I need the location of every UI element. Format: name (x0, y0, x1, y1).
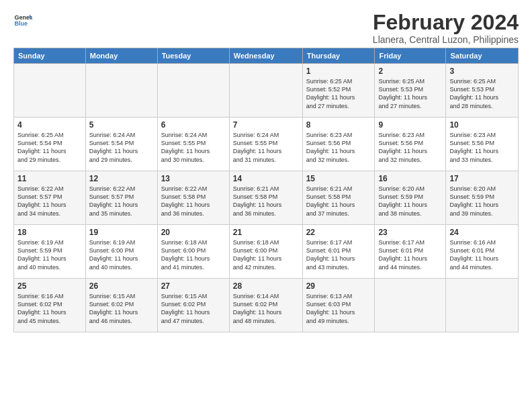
calendar-cell: 27Sunrise: 6:15 AMSunset: 6:02 PMDayligh… (157, 279, 229, 332)
calendar-cell: 22Sunrise: 6:17 AMSunset: 6:01 PMDayligh… (302, 225, 375, 279)
day-info: Sunrise: 6:24 AMSunset: 5:55 PMDaylight:… (233, 131, 299, 164)
calendar-cell: 4Sunrise: 6:25 AMSunset: 5:54 PMDaylight… (14, 118, 86, 171)
day-info: Sunrise: 6:22 AMSunset: 5:58 PMDaylight:… (161, 185, 226, 218)
calendar-cell: 6Sunrise: 6:24 AMSunset: 5:55 PMDaylight… (157, 118, 229, 171)
month-title: February 2024 (373, 11, 519, 34)
week-row-3: 11Sunrise: 6:22 AMSunset: 5:57 PMDayligh… (14, 171, 519, 225)
col-header-wednesday: Wednesday (229, 48, 302, 64)
day-info: Sunrise: 6:23 AMSunset: 5:56 PMDaylight:… (449, 131, 515, 164)
calendar-cell: 13Sunrise: 6:22 AMSunset: 5:58 PMDayligh… (157, 171, 229, 225)
day-info: Sunrise: 6:22 AMSunset: 5:57 PMDaylight:… (17, 185, 82, 218)
calendar-cell: 28Sunrise: 6:14 AMSunset: 6:02 PMDayligh… (229, 279, 302, 332)
day-number: 24 (449, 228, 515, 237)
page-container: General Blue February 2024 Llanera, Cent… (0, 0, 532, 339)
day-number: 12 (89, 174, 154, 183)
day-number: 23 (378, 228, 442, 237)
calendar-cell: 1Sunrise: 6:25 AMSunset: 5:52 PMDaylight… (302, 64, 375, 118)
calendar-cell: 18Sunrise: 6:19 AMSunset: 5:59 PMDayligh… (14, 225, 86, 279)
day-info: Sunrise: 6:13 AMSunset: 6:03 PMDaylight:… (306, 292, 371, 325)
day-number: 21 (233, 228, 299, 237)
calendar-cell (375, 279, 446, 332)
day-number: 4 (17, 120, 82, 130)
day-info: Sunrise: 6:24 AMSunset: 5:55 PMDaylight:… (161, 131, 226, 164)
day-info: Sunrise: 6:15 AMSunset: 6:02 PMDaylight:… (89, 292, 154, 325)
day-info: Sunrise: 6:19 AMSunset: 5:59 PMDaylight:… (17, 238, 82, 271)
week-row-1: 1Sunrise: 6:25 AMSunset: 5:52 PMDaylight… (14, 64, 519, 118)
day-number: 29 (306, 281, 371, 291)
day-number: 26 (89, 281, 154, 291)
day-info: Sunrise: 6:16 AMSunset: 6:02 PMDaylight:… (17, 292, 82, 325)
calendar-cell: 26Sunrise: 6:15 AMSunset: 6:02 PMDayligh… (85, 279, 157, 332)
day-number: 22 (306, 228, 371, 237)
day-number: 14 (233, 174, 299, 183)
day-number: 16 (378, 174, 442, 183)
location: Llanera, Central Luzon, Philippines (373, 34, 519, 45)
day-info: Sunrise: 6:19 AMSunset: 6:00 PMDaylight:… (89, 238, 154, 271)
day-info: Sunrise: 6:23 AMSunset: 5:56 PMDaylight:… (306, 131, 371, 164)
day-info: Sunrise: 6:17 AMSunset: 6:01 PMDaylight:… (306, 238, 371, 271)
day-info: Sunrise: 6:21 AMSunset: 5:58 PMDaylight:… (306, 185, 371, 218)
day-info: Sunrise: 6:17 AMSunset: 6:01 PMDaylight:… (378, 238, 442, 271)
svg-text:Blue: Blue (14, 20, 28, 27)
calendar-cell: 25Sunrise: 6:16 AMSunset: 6:02 PMDayligh… (14, 279, 86, 332)
day-number: 27 (161, 281, 226, 291)
day-number: 20 (161, 228, 226, 237)
day-info: Sunrise: 6:18 AMSunset: 6:00 PMDaylight:… (161, 238, 226, 271)
calendar-cell: 14Sunrise: 6:21 AMSunset: 5:58 PMDayligh… (229, 171, 302, 225)
day-number: 17 (449, 174, 515, 183)
day-number: 8 (306, 120, 371, 130)
day-number: 15 (306, 174, 371, 183)
calendar-cell: 24Sunrise: 6:16 AMSunset: 6:01 PMDayligh… (446, 225, 519, 279)
header-row: SundayMondayTuesdayWednesdayThursdayFrid… (14, 48, 519, 64)
day-info: Sunrise: 6:25 AMSunset: 5:54 PMDaylight:… (17, 131, 82, 164)
day-number: 10 (449, 120, 515, 130)
calendar-table: SundayMondayTuesdayWednesdayThursdayFrid… (13, 48, 519, 332)
calendar-cell: 12Sunrise: 6:22 AMSunset: 5:57 PMDayligh… (85, 171, 157, 225)
week-row-5: 25Sunrise: 6:16 AMSunset: 6:02 PMDayligh… (14, 279, 519, 332)
calendar-cell (446, 279, 519, 332)
calendar-cell: 15Sunrise: 6:21 AMSunset: 5:58 PMDayligh… (302, 171, 375, 225)
day-info: Sunrise: 6:20 AMSunset: 5:59 PMDaylight:… (378, 185, 442, 218)
logo: General Blue (13, 11, 32, 30)
calendar-cell: 10Sunrise: 6:23 AMSunset: 5:56 PMDayligh… (446, 118, 519, 171)
col-header-saturday: Saturday (446, 48, 519, 64)
calendar-cell: 20Sunrise: 6:18 AMSunset: 6:00 PMDayligh… (157, 225, 229, 279)
day-number: 13 (161, 174, 226, 183)
day-info: Sunrise: 6:23 AMSunset: 5:56 PMDaylight:… (378, 131, 442, 164)
day-number: 18 (17, 228, 82, 237)
day-number: 7 (233, 120, 299, 130)
day-number: 5 (89, 120, 154, 130)
col-header-monday: Monday (85, 48, 157, 64)
title-block: February 2024 Llanera, Central Luzon, Ph… (373, 11, 519, 45)
header: General Blue February 2024 Llanera, Cent… (13, 11, 519, 45)
day-info: Sunrise: 6:20 AMSunset: 5:59 PMDaylight:… (449, 185, 515, 218)
day-info: Sunrise: 6:21 AMSunset: 5:58 PMDaylight:… (233, 185, 299, 218)
day-info: Sunrise: 6:22 AMSunset: 5:57 PMDaylight:… (89, 185, 154, 218)
calendar-cell: 8Sunrise: 6:23 AMSunset: 5:56 PMDaylight… (302, 118, 375, 171)
day-number: 19 (89, 228, 154, 237)
calendar-cell: 7Sunrise: 6:24 AMSunset: 5:55 PMDaylight… (229, 118, 302, 171)
calendar-cell (85, 64, 157, 118)
col-header-sunday: Sunday (14, 48, 86, 64)
calendar-cell (14, 64, 86, 118)
calendar-cell: 9Sunrise: 6:23 AMSunset: 5:56 PMDaylight… (375, 118, 446, 171)
day-number: 3 (449, 66, 515, 76)
calendar-cell (229, 64, 302, 118)
calendar-cell (157, 64, 229, 118)
calendar-cell: 19Sunrise: 6:19 AMSunset: 6:00 PMDayligh… (85, 225, 157, 279)
calendar-cell: 2Sunrise: 6:25 AMSunset: 5:53 PMDaylight… (375, 64, 446, 118)
calendar-cell: 3Sunrise: 6:25 AMSunset: 5:53 PMDaylight… (446, 64, 519, 118)
day-info: Sunrise: 6:25 AMSunset: 5:53 PMDaylight:… (449, 77, 515, 110)
day-info: Sunrise: 6:24 AMSunset: 5:54 PMDaylight:… (89, 131, 154, 164)
day-info: Sunrise: 6:25 AMSunset: 5:52 PMDaylight:… (306, 77, 371, 110)
calendar-cell: 5Sunrise: 6:24 AMSunset: 5:54 PMDaylight… (85, 118, 157, 171)
day-info: Sunrise: 6:15 AMSunset: 6:02 PMDaylight:… (161, 292, 226, 325)
day-number: 2 (378, 66, 442, 76)
col-header-tuesday: Tuesday (157, 48, 229, 64)
col-header-thursday: Thursday (302, 48, 375, 64)
day-number: 11 (17, 174, 82, 183)
calendar-cell: 16Sunrise: 6:20 AMSunset: 5:59 PMDayligh… (375, 171, 446, 225)
day-number: 6 (161, 120, 226, 130)
calendar-cell: 23Sunrise: 6:17 AMSunset: 6:01 PMDayligh… (375, 225, 446, 279)
day-info: Sunrise: 6:18 AMSunset: 6:00 PMDaylight:… (233, 238, 299, 271)
